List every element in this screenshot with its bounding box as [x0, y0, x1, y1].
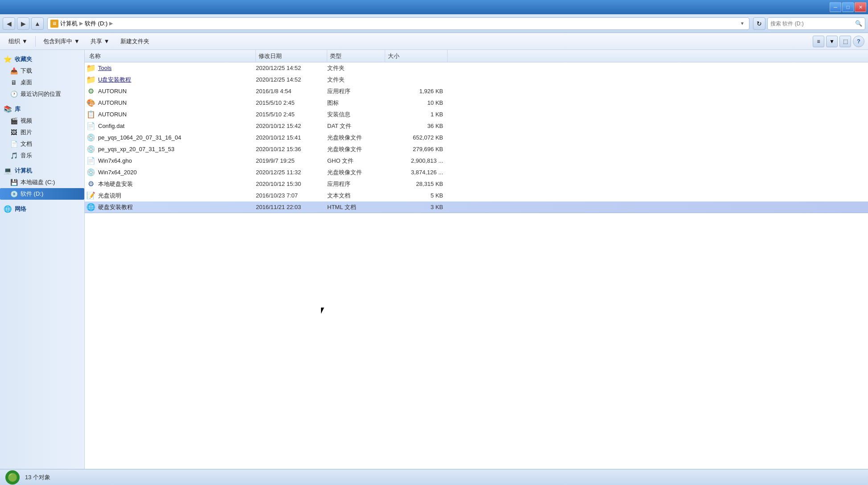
drive-d-label: 软件 (D:) — [21, 190, 43, 198]
file-area: 名称 修改日期 类型 大小 📁 Tools 2020/12/25 14:52文件… — [85, 50, 868, 469]
file-type-cell: 图标 — [327, 99, 385, 107]
help-icon: ? — [857, 38, 860, 45]
drive-c-icon: 💾 — [10, 178, 18, 186]
file-date-cell: 2016/11/21 22:03 — [256, 204, 327, 210]
pictures-icon: 🖼 — [10, 128, 18, 136]
new-folder-label: 新建文件夹 — [120, 37, 149, 45]
file-type-cell: GHO 文件 — [327, 157, 385, 165]
library-header[interactable]: 📚 库 — [0, 103, 84, 115]
forward-button[interactable]: ▶ — [17, 17, 29, 30]
file-name-text: Tools — [98, 65, 111, 71]
col-header-size[interactable]: 大小 — [385, 50, 448, 62]
minimize-button[interactable]: ─ — [830, 2, 841, 12]
organize-button[interactable]: 组织 ▼ — [4, 35, 33, 48]
sidebar-item-drive-c[interactable]: 💾 本地磁盘 (C:) — [0, 177, 84, 188]
file-size-cell: 1 KB — [385, 111, 448, 118]
file-type-icon: 📁 — [86, 75, 95, 84]
file-name-cell: 📄 Win7x64.gho — [86, 156, 256, 165]
file-name-cell: 🎨 AUTORUN — [86, 99, 256, 107]
file-size-cell: 3,874,126 ... — [385, 169, 448, 176]
new-folder-button[interactable]: 新建文件夹 — [115, 35, 154, 48]
file-type-cell: 应用程序 — [327, 87, 385, 95]
table-row[interactable]: 📄 Win7x64.gho 2019/9/7 19:25GHO 文件2,900,… — [85, 155, 868, 167]
view-extra-button[interactable]: ▼ — [826, 36, 838, 47]
file-name-cell: 📝 光盘说明 — [86, 191, 256, 200]
address-separator-1: ▶ — [79, 21, 83, 26]
table-row[interactable]: 🎨 AUTORUN 2015/5/10 2:45图标10 KB — [85, 97, 868, 109]
sidebar-item-video[interactable]: 🎬 视频 — [0, 115, 84, 127]
sidebar-item-recent[interactable]: 🕐 最近访问的位置 — [0, 88, 84, 100]
pictures-label: 图片 — [21, 128, 32, 136]
file-date-cell: 2020/12/25 14:52 — [256, 76, 327, 83]
library-label: 库 — [15, 105, 21, 113]
table-row[interactable]: 💿 Win7x64_2020 2020/12/25 11:32光盘映像文件3,8… — [85, 167, 868, 178]
search-bar[interactable]: 🔍 — [767, 17, 865, 30]
toolbar-separator-1 — [35, 36, 36, 47]
table-row[interactable]: 📋 AUTORUN 2015/5/10 2:45安装信息1 KB — [85, 109, 868, 120]
view-toggle-button[interactable]: ≡ — [813, 36, 824, 47]
sidebar-item-download[interactable]: 📥 下载 — [0, 65, 84, 77]
video-icon: 🎬 — [10, 117, 18, 125]
search-icon[interactable]: 🔍 — [855, 20, 862, 27]
library-section: 📚 库 🎬 视频 🖼 图片 📄 文档 🎵 音乐 — [0, 103, 84, 161]
col-header-name[interactable]: 名称 — [86, 50, 256, 62]
file-size-cell: 1,926 KB — [385, 88, 448, 95]
computer-header[interactable]: 💻 计算机 — [0, 165, 84, 177]
file-type-icon: 💿 — [86, 145, 95, 154]
file-type-cell: 文件夹 — [327, 76, 385, 84]
include-library-button[interactable]: 包含到库中 ▼ — [38, 35, 85, 48]
address-dropdown-button[interactable]: ▼ — [738, 17, 746, 30]
file-name-text: U盘安装教程 — [98, 76, 131, 84]
sidebar-item-pictures[interactable]: 🖼 图片 — [0, 127, 84, 138]
file-name-cell: ⚙ AUTORUN — [86, 87, 256, 96]
view-icon: ≡ — [817, 38, 820, 45]
file-size-cell: 28,315 KB — [385, 181, 448, 187]
file-type-icon: 💿 — [86, 168, 95, 177]
file-type-cell: 文本文档 — [327, 192, 385, 200]
table-row[interactable]: 📝 光盘说明 2016/10/23 7:07文本文档5 KB — [85, 190, 868, 201]
file-name-text: AUTORUN — [98, 88, 127, 95]
sidebar-item-documents[interactable]: 📄 文档 — [0, 138, 84, 150]
table-row[interactable]: 💿 pe_yqs_xp_20_07_31_15_53 2020/10/12 15… — [85, 144, 868, 155]
sidebar-item-music[interactable]: 🎵 音乐 — [0, 150, 84, 161]
search-input[interactable] — [770, 21, 853, 27]
refresh-button[interactable]: ↻ — [753, 17, 765, 30]
forward-icon: ▶ — [21, 20, 26, 27]
table-row[interactable]: 📁 Tools 2020/12/25 14:52文件夹 — [85, 62, 868, 74]
main-area: ⭐ 收藏夹 📥 下载 🖥 桌面 🕐 最近访问的位置 📚 库 🎬 — [0, 50, 868, 469]
file-name-text: Config.dat — [98, 123, 124, 129]
download-label: 下载 — [21, 67, 32, 75]
table-row[interactable]: 🌐 硬盘安装教程 2016/11/21 22:03HTML 文档3 KB — [85, 201, 868, 213]
table-row[interactable]: ⚙ 本地硬盘安装 2020/10/12 15:30应用程序28,315 KB — [85, 178, 868, 190]
file-type-icon: 📋 — [86, 110, 95, 119]
help-button[interactable]: ? — [853, 36, 864, 47]
file-type-icon: 🌐 — [86, 203, 95, 212]
status-icon: 🟢 — [5, 470, 20, 485]
col-date-label: 修改日期 — [259, 52, 282, 60]
close-button[interactable]: ✕ — [855, 2, 866, 12]
col-header-date[interactable]: 修改日期 — [256, 50, 327, 62]
network-header[interactable]: 🌐 网络 — [0, 203, 84, 215]
share-button[interactable]: 共享 ▼ — [86, 35, 115, 48]
toolbar-right: ≡ ▼ ⬚ ? — [813, 36, 864, 47]
sidebar-item-drive-d[interactable]: 💿 软件 (D:) — [0, 188, 84, 200]
file-type-cell: DAT 文件 — [327, 122, 385, 130]
file-name-cell: 📋 AUTORUN — [86, 110, 256, 119]
table-row[interactable]: 💿 pe_yqs_1064_20_07_31_16_04 2020/10/12 … — [85, 132, 868, 144]
address-bar[interactable]: 🖥 计算机 ▶ 软件 (D:) ▶ ▼ — [47, 17, 749, 30]
up-button[interactable]: ▲ — [31, 17, 44, 30]
library-icon: 📚 — [4, 105, 12, 113]
back-button[interactable]: ◀ — [3, 17, 15, 30]
organize-label: 组织 — [8, 37, 20, 45]
table-row[interactable]: 📁 U盘安装教程 2020/12/25 14:52文件夹 — [85, 74, 868, 86]
maximize-button[interactable]: □ — [842, 2, 854, 12]
table-row[interactable]: 📄 Config.dat 2020/10/12 15:42DAT 文件36 KB — [85, 120, 868, 132]
file-name-cell: 💿 pe_yqs_xp_20_07_31_15_53 — [86, 145, 256, 154]
file-type-cell: HTML 文档 — [327, 203, 385, 211]
details-pane-button[interactable]: ⬚ — [839, 36, 851, 47]
sidebar-item-desktop[interactable]: 🖥 桌面 — [0, 77, 84, 88]
organize-dropdown-icon: ▼ — [22, 38, 28, 45]
table-row[interactable]: ⚙ AUTORUN 2016/1/8 4:54应用程序1,926 KB — [85, 86, 868, 97]
col-header-type[interactable]: 类型 — [327, 50, 385, 62]
favorites-header[interactable]: ⭐ 收藏夹 — [0, 53, 84, 65]
